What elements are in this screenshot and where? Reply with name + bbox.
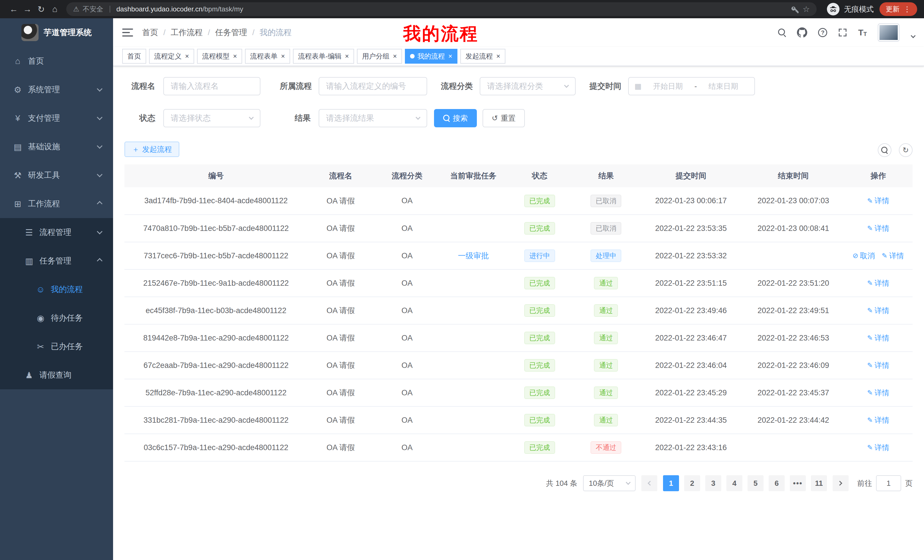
detail-link[interactable]: ✎详情 bbox=[867, 415, 890, 425]
sidebar-item-workflow[interactable]: ⊞ 工作流程 bbox=[0, 190, 113, 218]
breadcrumb-item[interactable]: 工作流程 bbox=[171, 27, 203, 38]
close-icon[interactable]: × bbox=[448, 53, 452, 60]
tab-user-group[interactable]: 用户分组× bbox=[357, 49, 402, 64]
browser-reload-icon[interactable]: ↻ bbox=[34, 4, 48, 14]
page-button-3[interactable]: 3 bbox=[705, 475, 721, 491]
start-process-button[interactable]: ＋ 发起流程 bbox=[124, 142, 179, 157]
sidebar-item-todo-tasks[interactable]: ◉ 待办任务 bbox=[0, 304, 113, 332]
cell-category: OA bbox=[374, 215, 440, 242]
cell-name: OA 请假 bbox=[308, 324, 374, 352]
sidebar-item-task-mgmt[interactable]: ▥ 任务管理 bbox=[0, 247, 113, 275]
breadcrumb-item[interactable]: 任务管理 bbox=[215, 27, 247, 38]
result-select[interactable]: 请选择流结果 bbox=[319, 109, 427, 127]
page-button-4[interactable]: 4 bbox=[726, 475, 742, 491]
page-button-5[interactable]: 5 bbox=[747, 475, 764, 491]
page-size-select[interactable]: 10条/页 bbox=[583, 475, 636, 491]
page-button-2[interactable]: 2 bbox=[684, 475, 700, 491]
detail-link[interactable]: ✎详情 bbox=[867, 388, 890, 398]
bookmark-star-icon[interactable]: ☆ bbox=[802, 4, 810, 14]
tags-view-bar: 首页 流程定义× 流程模型× 流程表单× 流程表单-编辑× 用户分组× 我的流程… bbox=[113, 47, 924, 66]
sidebar-item-done-tasks[interactable]: ✂ 已办任务 bbox=[0, 332, 113, 361]
page-button-11[interactable]: 11 bbox=[811, 475, 827, 491]
status-select[interactable]: 请选择状态 bbox=[164, 109, 260, 127]
search-icon[interactable] bbox=[778, 28, 786, 36]
tab-start-process[interactable]: 发起流程× bbox=[460, 49, 506, 64]
refresh-button[interactable]: ↻ bbox=[899, 143, 913, 157]
page-button-1[interactable]: 1 bbox=[663, 475, 679, 491]
breadcrumb-item[interactable]: 首页 bbox=[142, 27, 158, 38]
detail-link[interactable]: ✎详情 bbox=[867, 278, 890, 288]
process-category-select[interactable]: 请选择流程分类 bbox=[480, 77, 576, 95]
table-row: 03c6c157-7b9a-11ec-a290-acde48001122 OA … bbox=[124, 434, 913, 461]
address-bar[interactable]: ⚠ 不安全 dashboard.yudao.iocoder.cn/bpm/tas… bbox=[66, 2, 817, 16]
fullscreen-icon[interactable] bbox=[838, 28, 847, 37]
sidebar-item-devtools[interactable]: ⚒ 研发工具 bbox=[0, 161, 113, 190]
close-icon[interactable]: × bbox=[233, 53, 237, 60]
tab-home[interactable]: 首页 bbox=[122, 49, 146, 64]
avatar[interactable] bbox=[878, 23, 900, 42]
sidebar-item-infrastructure[interactable]: ▤ 基础设施 bbox=[0, 132, 113, 161]
status-badge: 已完成 bbox=[524, 222, 555, 235]
incognito-badge: 无痕模式 bbox=[827, 3, 874, 15]
sidebar-item-system[interactable]: ⚙ 系统管理 bbox=[0, 75, 113, 104]
sidebar-item-leave-query[interactable]: ♟ 请假查询 bbox=[0, 361, 113, 389]
current-task-link[interactable]: 一级审批 bbox=[458, 252, 489, 260]
status-badge: 已完成 bbox=[524, 386, 555, 399]
github-icon[interactable] bbox=[797, 27, 807, 38]
cell-name: OA 请假 bbox=[308, 242, 374, 270]
next-page-button[interactable] bbox=[832, 475, 849, 491]
edit-icon: ✎ bbox=[867, 389, 873, 397]
close-icon[interactable]: × bbox=[345, 53, 349, 60]
app-logo[interactable]: 芋道管理系统 bbox=[0, 18, 113, 47]
close-icon[interactable]: × bbox=[393, 53, 397, 60]
sidebar-item-payment[interactable]: ¥ 支付管理 bbox=[0, 104, 113, 132]
sidebar-toggle-icon[interactable] bbox=[122, 28, 133, 36]
tab-process-model[interactable]: 流程模型× bbox=[197, 49, 242, 64]
show-search-button[interactable] bbox=[878, 143, 891, 157]
submit-time-range-picker[interactable]: ▦ 开始日期 - 结束日期 bbox=[628, 77, 755, 95]
close-icon[interactable]: × bbox=[496, 53, 500, 60]
detail-link[interactable]: ✎详情 bbox=[867, 333, 890, 343]
breadcrumb-separator: / bbox=[252, 28, 255, 37]
tab-process-definition[interactable]: 流程定义× bbox=[149, 49, 194, 64]
detail-link[interactable]: ✎详情 bbox=[867, 196, 890, 206]
cell-id: 331bc281-7b9a-11ec-a290-acde48001122 bbox=[124, 406, 308, 434]
security-label[interactable]: 不安全 bbox=[83, 4, 104, 14]
close-icon[interactable]: × bbox=[185, 53, 189, 60]
tab-process-form-edit[interactable]: 流程表单-编辑× bbox=[293, 49, 354, 64]
goto-page-input[interactable] bbox=[876, 475, 901, 491]
password-key-icon[interactable] bbox=[791, 5, 799, 13]
detail-link[interactable]: ✎详情 bbox=[867, 306, 890, 316]
browser-forward-icon[interactable]: → bbox=[21, 4, 34, 14]
update-button[interactable]: 更新 ⋮ bbox=[879, 2, 917, 16]
prev-page-button[interactable] bbox=[641, 475, 657, 491]
detail-link[interactable]: ✎详情 bbox=[867, 443, 890, 453]
incognito-icon bbox=[827, 3, 840, 15]
close-icon[interactable]: × bbox=[281, 53, 285, 60]
tab-process-form[interactable]: 流程表单× bbox=[245, 49, 290, 64]
process-name-input[interactable] bbox=[171, 82, 253, 91]
sidebar-item-process-mgmt[interactable]: ☰ 流程管理 bbox=[0, 218, 113, 247]
cancel-link[interactable]: ⊘取消 bbox=[853, 251, 875, 261]
browser-back-icon[interactable]: ← bbox=[7, 4, 21, 14]
avatar-caret-icon[interactable] bbox=[911, 33, 916, 38]
sidebar-item-my-process[interactable]: ☺ 我的流程 bbox=[0, 275, 113, 304]
process-definition-input[interactable] bbox=[326, 82, 420, 91]
search-button[interactable]: 搜索 bbox=[434, 109, 477, 127]
sidebar-item-label: 我的流程 bbox=[51, 284, 83, 295]
cell-name: OA 请假 bbox=[308, 434, 374, 461]
detail-link[interactable]: ✎详情 bbox=[882, 251, 904, 261]
reset-button[interactable]: ↺ 重置 bbox=[483, 109, 525, 127]
browser-home-icon[interactable]: ⌂ bbox=[48, 4, 62, 14]
table-row: ec45f38f-7b9a-11ec-b03b-acde48001122 OA … bbox=[124, 297, 913, 324]
browser-menu-icon[interactable]: ⋮ bbox=[903, 5, 911, 14]
sidebar-item-home[interactable]: ⌂ 首页 bbox=[0, 47, 113, 75]
page-ellipsis[interactable]: ••• bbox=[790, 475, 806, 491]
page-button-6[interactable]: 6 bbox=[769, 475, 784, 491]
help-icon[interactable]: ? bbox=[818, 28, 827, 37]
tab-my-process[interactable]: 我的流程× bbox=[405, 49, 458, 64]
detail-link[interactable]: ✎详情 bbox=[867, 361, 890, 370]
filter-submit-time: 提交时间 ▦ 开始日期 - 结束日期 bbox=[590, 77, 755, 95]
detail-link[interactable]: ✎详情 bbox=[867, 223, 890, 234]
font-size-icon[interactable]: TT bbox=[858, 28, 867, 37]
